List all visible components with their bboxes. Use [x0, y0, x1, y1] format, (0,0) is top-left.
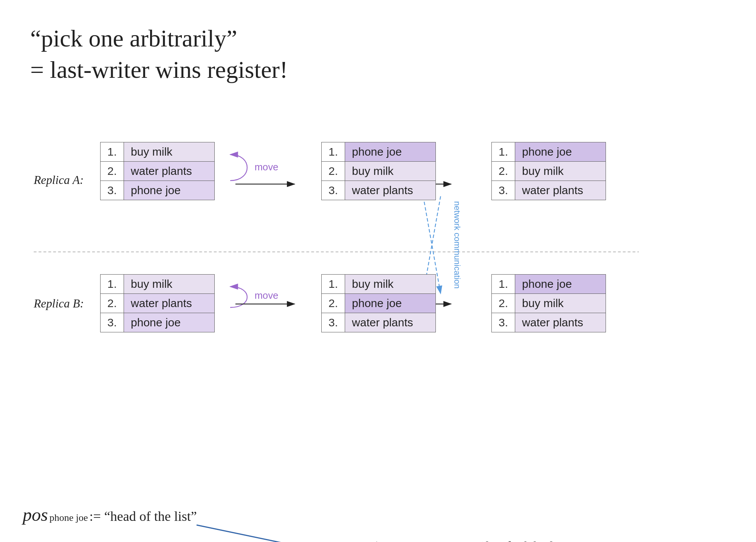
pos-italic-1: pos: [23, 504, 48, 525]
page: “pick one arbitrarily” = last-writer win…: [0, 0, 756, 542]
table-a2: 1. phone joe 2. buy milk 3. water plants: [321, 142, 436, 200]
table-row: 1. buy milk: [101, 275, 215, 294]
formula-result-eq: == “head of the list”: [461, 539, 573, 542]
table-row: 2. buy milk: [322, 162, 436, 181]
replica-a-label: Replica A:: [33, 174, 84, 187]
table-row: 2. buy milk: [492, 294, 606, 313]
move-arrow-a: [230, 155, 247, 181]
table-row: 3. phone joe: [101, 313, 215, 332]
table-row: 1. buy milk: [322, 275, 436, 294]
title-line1: “pick one arbitrarily”: [30, 23, 726, 54]
move-arrow-b: [230, 287, 247, 307]
table-row: 3. water plants: [322, 313, 436, 332]
network-comm-label: network communication: [452, 201, 462, 289]
table-row: 1. phone joe: [322, 142, 436, 162]
formula-assign-1: := “head of the list”: [90, 508, 197, 524]
move-label-b: move: [254, 290, 278, 301]
table-row: 3. water plants: [492, 313, 606, 332]
table-row: 2. buy milk: [492, 162, 606, 181]
table-b3: 1. phone joe 2. buy milk 3. water plants: [491, 274, 606, 332]
formula-line1: pos phone joe := “head of the list”: [23, 504, 197, 525]
table-row: 2. water plants: [101, 162, 215, 181]
pos-italic-result: pos: [392, 534, 417, 542]
table-a3: 1. phone joe 2. buy milk 3. water plants: [491, 142, 606, 200]
table-row: 2. water plants: [101, 294, 215, 313]
table-a1: 1. buy milk 2. water plants 3. phone joe: [100, 142, 215, 200]
table-row: 1. phone joe: [492, 275, 606, 294]
table-row: 3. water plants: [492, 181, 606, 200]
table-row: 3. water plants: [322, 181, 436, 200]
table-b1: 1. buy milk 2. water plants 3. phone joe: [100, 274, 215, 332]
formula-sub-1: phone joe: [50, 512, 88, 523]
formula-arrow-1: [197, 525, 333, 542]
replica-b-label: Replica B:: [33, 297, 84, 310]
formula-result-block: merge ➤ pos phone joe == “head of the li…: [340, 534, 572, 542]
title-line2: = last-writer wins register!: [30, 54, 726, 85]
title-block: “pick one arbitrarily” = last-writer win…: [30, 23, 726, 85]
table-row: 1. buy milk: [101, 142, 215, 162]
table-row: 3. phone joe: [101, 181, 215, 200]
arrow-symbol: ➤: [375, 537, 387, 542]
table-row: 2. phone joe: [322, 294, 436, 313]
move-label-a: move: [254, 162, 278, 172]
table-b2: 1. buy milk 2. phone joe 3. water plants: [321, 274, 436, 332]
table-row: 1. phone joe: [492, 142, 606, 162]
diagram-area: Replica A: Replica B: move move: [30, 108, 726, 403]
